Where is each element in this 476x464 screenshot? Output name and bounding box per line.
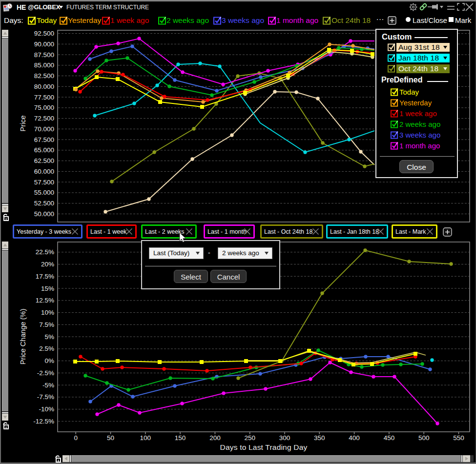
svg-text:7.5%: 7.5%	[39, 321, 54, 328]
svg-text:350: 350	[314, 434, 325, 442]
svg-text:60.000: 60.000	[34, 168, 54, 175]
svg-text:0%: 0%	[44, 357, 54, 364]
svg-text:100: 100	[140, 434, 151, 442]
svg-text:10%: 10%	[41, 309, 54, 316]
svg-text:12.5%: 12.5%	[36, 297, 54, 304]
svg-text:0: 0	[74, 434, 78, 442]
svg-text:67.500: 67.500	[34, 136, 54, 143]
svg-text:22.5%: 22.5%	[36, 248, 54, 256]
svg-text:500: 500	[418, 434, 430, 442]
svg-text:70.000: 70.000	[34, 125, 54, 133]
svg-text:57.500: 57.500	[34, 179, 54, 186]
svg-text:400: 400	[349, 434, 360, 442]
svg-text:80.000: 80.000	[34, 83, 54, 90]
svg-text:20%: 20%	[41, 261, 54, 268]
svg-text:55.000: 55.000	[34, 189, 54, 196]
svg-text:90.000: 90.000	[34, 40, 54, 48]
svg-text:87.500: 87.500	[34, 51, 54, 59]
svg-text:-5%: -5%	[42, 382, 54, 389]
svg-text:75.000: 75.000	[34, 104, 54, 111]
svg-text:Days to Last Trading Day: Days to Last Trading Day	[220, 443, 308, 451]
svg-text:92.500: 92.500	[34, 30, 54, 37]
svg-text:-7.5%: -7.5%	[37, 393, 54, 401]
svg-text:Price: Price	[19, 115, 27, 131]
svg-text:72.500: 72.500	[34, 115, 54, 122]
svg-text:52.500: 52.500	[34, 200, 54, 207]
svg-text:50.000: 50.000	[34, 210, 54, 218]
svg-text:250: 250	[244, 434, 255, 442]
svg-text:-10%: -10%	[39, 405, 54, 413]
svg-text:77.500: 77.500	[34, 94, 54, 101]
svg-text:150: 150	[175, 434, 186, 442]
svg-text:300: 300	[279, 434, 290, 442]
svg-text:15%: 15%	[41, 285, 54, 292]
svg-text:82.500: 82.500	[34, 72, 54, 80]
svg-text:450: 450	[384, 434, 395, 442]
svg-text:-12.5%: -12.5%	[33, 418, 54, 425]
svg-text:5%: 5%	[44, 333, 54, 341]
svg-text:85.000: 85.000	[34, 61, 54, 69]
svg-text:62.500: 62.500	[34, 157, 54, 164]
svg-text:17.5%: 17.5%	[36, 273, 54, 280]
svg-text:-2.5%: -2.5%	[37, 369, 54, 377]
svg-text:2.5%: 2.5%	[39, 345, 54, 352]
svg-text:65.000: 65.000	[34, 146, 54, 154]
svg-text:50: 50	[107, 434, 114, 442]
svg-text:550: 550	[453, 434, 464, 442]
svg-text:200: 200	[209, 434, 221, 442]
svg-text:Price Change (%): Price Change (%)	[19, 309, 27, 364]
